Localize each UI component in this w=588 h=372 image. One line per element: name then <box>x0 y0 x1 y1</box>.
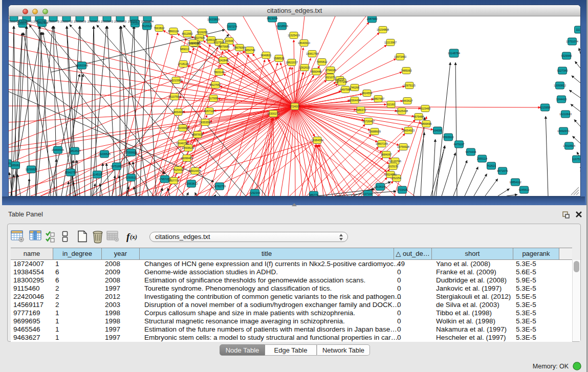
svg-text:8471676: 8471676 <box>497 169 508 172</box>
svg-text:21546: 21546 <box>226 39 233 42</box>
svg-text:117006: 117006 <box>209 97 218 100</box>
svg-text:1117: 1117 <box>576 28 580 31</box>
svg-text:9646821: 9646821 <box>261 54 272 57</box>
svg-text:19166825: 19166825 <box>177 126 189 129</box>
svg-text:1250513: 1250513 <box>126 176 137 179</box>
svg-text:24420046: 24420046 <box>187 41 200 45</box>
svg-text:19654923: 19654923 <box>402 129 415 132</box>
svg-text:7485063: 7485063 <box>401 69 412 72</box>
svg-text:164095: 164095 <box>433 129 442 132</box>
svg-text:(x): (x) <box>130 233 137 240</box>
svg-text:9327508: 9327508 <box>214 41 225 44</box>
svg-text:2955114: 2955114 <box>477 157 488 160</box>
svg-text:8427552: 8427552 <box>210 83 221 86</box>
svg-text:9115460: 9115460 <box>420 107 431 110</box>
svg-text:6497568: 6497568 <box>340 88 351 91</box>
svg-text:9227343: 9227343 <box>557 69 568 72</box>
svg-text:2718129: 2718129 <box>178 62 189 65</box>
svg-text:9245612: 9245612 <box>519 188 530 191</box>
svg-text:15751074: 15751074 <box>566 40 578 43</box>
svg-text:20364436: 20364436 <box>349 99 361 102</box>
svg-text:137164: 137164 <box>363 192 373 195</box>
svg-text:14353594: 14353594 <box>199 121 211 124</box>
svg-text:14938222: 14938222 <box>182 146 194 149</box>
svg-text:746266: 746266 <box>350 86 359 89</box>
svg-text:6899695: 6899695 <box>421 122 432 125</box>
svg-text:116753: 116753 <box>572 158 580 161</box>
svg-text:19218506: 19218506 <box>276 25 288 28</box>
svg-text:17010504: 17010504 <box>563 144 575 147</box>
svg-text:19756928: 19756928 <box>397 145 409 148</box>
svg-text:20555792: 20555792 <box>60 20 73 23</box>
svg-text:9474444: 9474444 <box>466 150 476 154</box>
svg-text:3824554: 3824554 <box>362 92 373 95</box>
svg-text:16914479: 16914479 <box>189 169 201 172</box>
svg-text:7663822: 7663822 <box>154 27 165 30</box>
svg-text:7955812: 7955812 <box>317 60 328 63</box>
svg-text:12093822: 12093822 <box>554 84 566 87</box>
svg-text:1362615: 1362615 <box>299 66 310 69</box>
svg-text:18640910: 18640910 <box>298 41 310 45</box>
svg-text:12213369: 12213369 <box>170 79 182 82</box>
svg-text:20555877: 20555877 <box>128 20 140 23</box>
svg-text:3875685: 3875685 <box>219 45 230 48</box>
svg-text:8860124: 8860124 <box>168 30 179 33</box>
svg-text:16961758: 16961758 <box>306 52 318 55</box>
svg-text:18822037: 18822037 <box>286 61 298 64</box>
svg-text:10953813: 10953813 <box>185 182 198 185</box>
svg-text:16782759: 16782759 <box>213 185 226 188</box>
svg-text:15300273: 15300273 <box>267 112 279 115</box>
svg-text:20555826: 20555826 <box>88 20 100 23</box>
svg-text:20555894: 20555894 <box>141 20 154 23</box>
svg-text:20206526: 20206526 <box>98 152 111 156</box>
svg-text:989013: 989013 <box>180 48 189 51</box>
svg-text:1244415: 1244415 <box>556 98 567 101</box>
svg-text:7515520: 7515520 <box>142 25 153 28</box>
svg-text:16120746: 16120746 <box>389 160 401 163</box>
svg-text:1724007: 1724007 <box>290 105 300 108</box>
svg-text:19814527: 19814527 <box>69 149 81 152</box>
svg-text:20555724: 20555724 <box>9 20 20 23</box>
svg-text:185081: 185081 <box>11 164 20 167</box>
svg-text:10688609: 10688609 <box>368 130 381 133</box>
svg-text:3267110: 3267110 <box>204 110 215 113</box>
svg-text:12213967: 12213967 <box>384 41 397 44</box>
svg-text:13524851: 13524851 <box>384 173 397 176</box>
svg-text:10807487: 10807487 <box>372 97 384 100</box>
svg-text:15692971: 15692971 <box>557 129 570 133</box>
svg-text:6479197: 6479197 <box>454 143 465 146</box>
svg-text:8990448: 8990448 <box>311 70 322 73</box>
svg-text:16154808: 16154808 <box>377 28 389 31</box>
svg-text:10025438: 10025438 <box>396 110 408 113</box>
svg-text:5226058: 5226058 <box>197 31 208 34</box>
svg-text:19384554: 19384554 <box>311 139 323 142</box>
svg-text:15720407: 15720407 <box>362 120 375 123</box>
svg-text:11156829: 11156829 <box>25 168 37 171</box>
svg-text:9242848: 9242848 <box>218 59 229 62</box>
svg-text:1615132: 1615132 <box>388 165 399 168</box>
svg-text:8912953: 8912953 <box>182 32 193 35</box>
svg-text:7357274: 7357274 <box>227 25 237 28</box>
svg-text:11325419: 11325419 <box>288 34 300 37</box>
svg-text:9327505: 9327505 <box>194 36 205 39</box>
svg-text:17359924: 17359924 <box>125 151 137 154</box>
svg-text:16107554: 16107554 <box>168 95 181 98</box>
svg-text:1588520: 1588520 <box>274 57 285 60</box>
svg-text:14136141: 14136141 <box>374 185 386 188</box>
svg-text:1621072: 1621072 <box>325 76 336 79</box>
svg-text:16148784: 16148784 <box>448 52 460 55</box>
svg-text:2087682: 2087682 <box>367 17 378 20</box>
svg-text:39151: 39151 <box>9 162 11 165</box>
svg-text:39751867: 39751867 <box>111 165 123 168</box>
svg-text:9579484: 9579484 <box>413 115 424 118</box>
svg-text:20555758: 20555758 <box>33 20 46 23</box>
svg-text:1733426: 1733426 <box>397 188 408 191</box>
svg-text:16099489: 16099489 <box>181 157 193 160</box>
svg-text:1292344: 1292344 <box>250 191 260 194</box>
svg-text:10973493: 10973493 <box>394 55 406 58</box>
svg-text:7625402: 7625402 <box>173 168 184 171</box>
svg-text:20555775: 20555775 <box>47 20 59 23</box>
svg-text:16210643: 16210643 <box>559 113 572 116</box>
svg-text:26466506: 26466506 <box>52 148 64 151</box>
svg-text:985779: 985779 <box>309 193 318 196</box>
